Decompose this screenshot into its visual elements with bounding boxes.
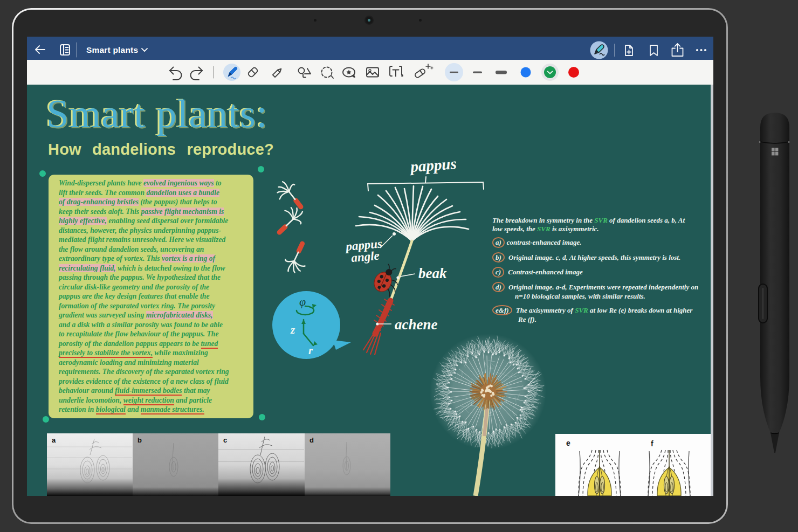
svg-text:r: r — [308, 344, 313, 357]
svg-text:f: f — [651, 439, 653, 448]
svg-text:z: z — [290, 323, 295, 336]
svg-text:angle: angle — [350, 249, 380, 265]
svg-text:achene: achene — [395, 316, 438, 333]
svg-text:pappus: pappus — [408, 155, 457, 175]
svg-text:e: e — [566, 439, 570, 447]
svg-text:beak: beak — [418, 265, 447, 281]
svg-text:Smart plants: Smart plants — [86, 45, 138, 54]
svg-text:φ: φ — [299, 295, 306, 308]
